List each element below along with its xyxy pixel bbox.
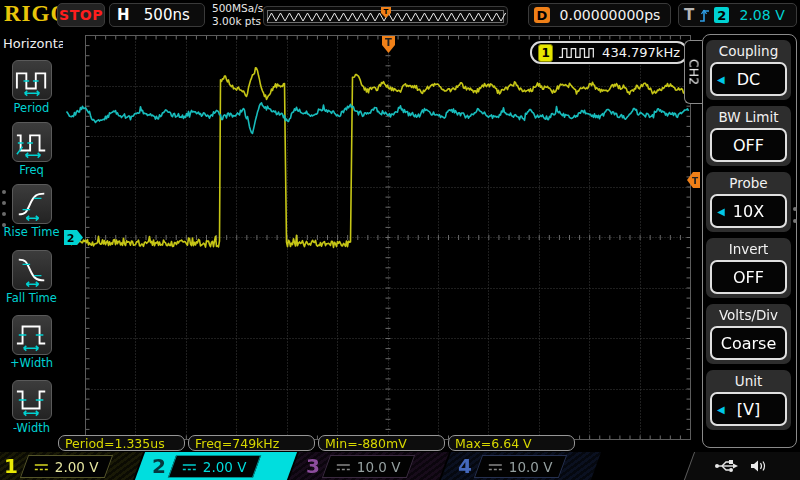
delay-box[interactable]: D 0.00000000ps	[528, 3, 671, 27]
menu-item-period[interactable]: Period	[0, 60, 63, 115]
status-icon-area	[684, 452, 800, 480]
channel-tab-label: CH2	[686, 59, 701, 85]
trigger-source-badge: 2	[714, 7, 729, 23]
measurement-bar: Period=1.335us Freq=749kHz Min=-880mV Ma…	[58, 435, 575, 451]
frequency-counter: 1 434.797kHz	[530, 41, 688, 64]
measurement-freq: Freq=749kHz	[188, 435, 315, 451]
channel-number: 2	[152, 452, 166, 480]
svg-text:T: T	[692, 176, 699, 186]
softkey-title: Probe	[706, 172, 791, 191]
svg-text:T: T	[385, 37, 392, 48]
dc-coupling-icon	[488, 461, 503, 471]
sample-rate: 500MSa/s	[212, 2, 263, 15]
left-menu: Horizontal Period Freq	[0, 30, 63, 452]
softkey-value: 10X	[733, 202, 764, 221]
speaker-icon	[750, 459, 767, 473]
trigger-level-marker[interactable]: T	[687, 172, 700, 188]
menu-item-freq[interactable]: Freq	[0, 122, 63, 177]
ch2-offset-marker[interactable]: 2	[64, 230, 84, 245]
softkey-coupling[interactable]: Coupling ◀ DC	[706, 40, 791, 100]
softkey-title: Volts/Div	[706, 304, 791, 323]
softkey-value: OFF	[733, 136, 764, 155]
dc-coupling-icon	[34, 461, 49, 471]
timebase-value: 500ns	[130, 6, 204, 24]
softkey-invert[interactable]: Invert OFF	[706, 238, 791, 298]
channel-scale: 2.00 V	[203, 458, 247, 474]
left-menu-page-dots	[2, 190, 6, 227]
trigger-level-value: 2.08 V	[733, 7, 791, 23]
channel-3-status[interactable]: 3 10.0 V	[289, 452, 449, 480]
option-arrow-icon: ◀	[717, 74, 725, 85]
right-menu-channel-tab: CH2	[684, 40, 702, 104]
run-state-label: STOP	[59, 7, 103, 23]
menu-item-label: Rise Time	[0, 225, 63, 239]
freq-icon	[14, 125, 50, 159]
menu-item-minus-width[interactable]: -Width	[0, 380, 63, 435]
measurement-max: Max=6.64 V	[448, 435, 575, 451]
trigger-position-marker[interactable]: T	[381, 36, 396, 54]
softkey-title: Coupling	[706, 40, 791, 59]
menu-item-label: Freq	[0, 163, 63, 177]
softkey-title: Invert	[706, 238, 791, 257]
acquisition-info: 500MSa/s 3.00k pts	[212, 2, 263, 28]
top-bar: RIGOL STOP H 500ns 500MSa/s 3.00k pts T …	[0, 0, 800, 30]
right-menu-page-dots	[793, 207, 797, 223]
channel-bar: 1 2.00 V 2 2.00 V	[0, 452, 800, 480]
softkey-probe[interactable]: Probe ◀ 10X	[706, 172, 791, 232]
menu-item-label: Period	[0, 101, 63, 115]
channel-4-status[interactable]: 4 10.0 V	[441, 452, 601, 480]
waveform-preview[interactable]: T	[263, 6, 508, 26]
softkey-value: Coarse	[721, 334, 777, 353]
softkey-volts-div[interactable]: Volts/Div Coarse	[706, 304, 791, 364]
fall-time-icon	[14, 253, 50, 287]
run-stop-button[interactable]: STOP	[57, 3, 105, 27]
counter-channel-badge: 1	[538, 44, 553, 62]
rise-time-icon	[14, 187, 50, 221]
softkey-bw-limit[interactable]: BW Limit OFF	[706, 106, 791, 166]
counter-value: 434.797kHz	[602, 45, 680, 60]
trigger-label: T	[684, 6, 694, 24]
option-arrow-icon: ◀	[717, 206, 725, 217]
channel-number: 1	[4, 452, 18, 480]
delay-label: D	[534, 7, 550, 23]
memory-depth: 3.00k pts	[212, 15, 263, 28]
svg-text:T: T	[383, 8, 388, 16]
channel-scale: 10.0 V	[357, 458, 401, 474]
channel-number: 4	[458, 452, 472, 480]
channel-1-status[interactable]: 1 2.00 V	[0, 452, 143, 480]
menu-item-plus-width[interactable]: +Width	[0, 315, 63, 370]
menu-item-label: -Width	[0, 421, 63, 435]
softkey-value: OFF	[733, 268, 764, 287]
channel-scale: 2.00 V	[55, 458, 99, 474]
timebase-box[interactable]: H 500ns	[109, 3, 205, 27]
menu-item-fall-time[interactable]: Fall Time	[0, 250, 63, 305]
menu-item-rise-time[interactable]: Rise Time	[0, 184, 63, 239]
dc-coupling-icon	[336, 461, 351, 471]
rising-edge-icon	[698, 7, 710, 24]
measurement-period: Period=1.335us	[58, 435, 185, 451]
delay-value: 0.00000000ps	[550, 7, 670, 23]
softkey-title: BW Limit	[706, 106, 791, 125]
minus-width-icon	[14, 383, 50, 417]
plus-width-icon	[14, 318, 50, 352]
preview-trigger-marker-icon: T	[381, 7, 391, 18]
usb-icon	[714, 459, 738, 473]
square-wave-icon	[558, 46, 597, 60]
menu-item-label: Fall Time	[0, 291, 63, 305]
softkey-value: [V]	[737, 400, 760, 419]
softkey-unit[interactable]: Unit ◀ [V]	[706, 370, 791, 430]
svg-text:2: 2	[67, 232, 75, 245]
waveform-display	[63, 30, 700, 453]
horizontal-label: H	[117, 6, 130, 24]
menu-item-label: +Width	[0, 356, 63, 370]
channel-2-status[interactable]: 2 2.00 V	[135, 452, 297, 480]
channel-scale: 10.0 V	[509, 458, 553, 474]
period-icon	[14, 63, 50, 97]
measurement-min: Min=-880mV	[318, 435, 445, 451]
option-arrow-icon: ◀	[717, 404, 725, 415]
dc-coupling-icon	[182, 461, 197, 471]
softkey-value: DC	[737, 70, 761, 89]
oscilloscope-screen: RIGOL STOP H 500ns 500MSa/s 3.00k pts T …	[0, 0, 800, 480]
trigger-status-box[interactable]: T 2 2.08 V	[678, 3, 797, 27]
channel-number: 3	[306, 452, 320, 480]
